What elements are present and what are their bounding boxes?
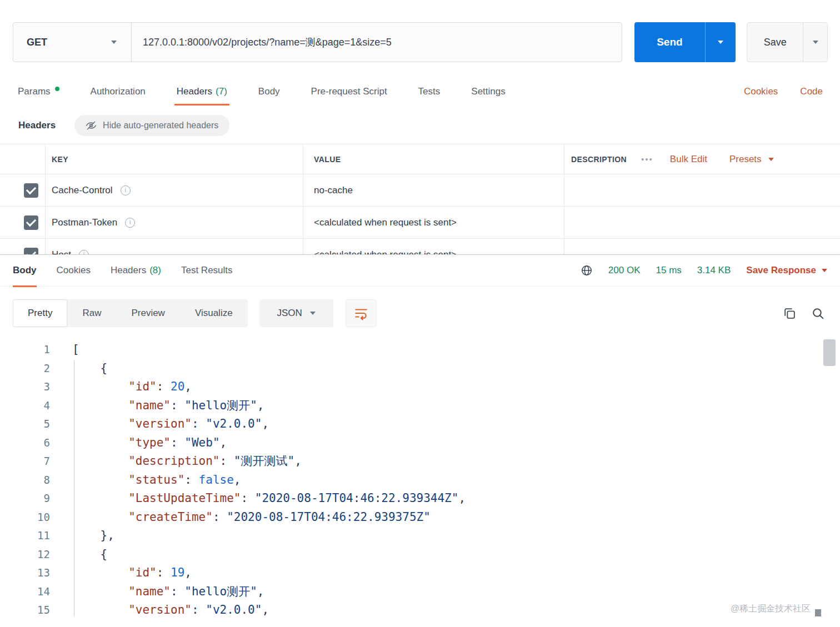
response-body-viewer: 123456789101112131415 [ { "id": 20, "nam… <box>0 338 840 627</box>
hide-auto-generated-headers-button[interactable]: Hide auto-generated headers <box>74 115 229 136</box>
row-checkbox[interactable] <box>24 248 38 255</box>
response-time: 15 ms <box>656 265 682 276</box>
line-number: 13 <box>0 564 50 583</box>
headers-table: KEY VALUE DESCRIPTION ••• Bulk Edit Pres… <box>0 144 840 254</box>
save-response-button[interactable]: Save Response <box>746 265 827 276</box>
value-cell[interactable]: no-cache <box>303 174 564 206</box>
search-button[interactable] <box>811 307 825 320</box>
code-line: "type": "Web", <box>72 434 840 453</box>
headers-section-title: Headers <box>18 120 56 131</box>
line-number: 9 <box>0 489 50 508</box>
method-select[interactable]: GET <box>13 23 132 62</box>
chevron-down-icon <box>111 41 117 44</box>
format-select[interactable]: JSON <box>259 299 333 327</box>
tab-headers[interactable]: Headers(7) <box>177 78 227 106</box>
line-number: 14 <box>0 583 50 601</box>
postman-app: GET Send Save ParamsAuthorizationHeade <box>0 0 840 627</box>
tab-pre-request-script[interactable]: Pre-request Script <box>311 78 387 106</box>
info-icon[interactable] <box>125 218 135 228</box>
chevron-down-icon <box>768 158 774 161</box>
copy-icon <box>783 307 797 320</box>
bulk-edit-button[interactable]: Bulk Edit <box>670 154 707 165</box>
send-split-button: Send <box>634 22 736 62</box>
tab-tests[interactable]: Tests <box>418 78 441 106</box>
code-line: "name": "hello测开", <box>72 397 840 415</box>
code-line: "id": 20, <box>72 378 840 397</box>
headers-table-rows: Cache-Controlno-cachePostman-Token<calcu… <box>0 174 840 254</box>
code-line: "LastUpdateTime": "2020-08-17T04:46:22.9… <box>72 489 840 508</box>
tab-count: (8) <box>149 265 161 276</box>
key-cell[interactable]: Cache-Control <box>46 174 303 206</box>
view-mode-group: PrettyRawPreviewVisualize <box>13 299 248 327</box>
cookies-link[interactable]: Cookies <box>744 86 778 97</box>
request-section: GET Send Save ParamsAuthorizationHeade <box>0 0 840 254</box>
key-cell[interactable]: Host <box>46 239 303 254</box>
description-cell[interactable] <box>564 174 840 206</box>
tab-body[interactable]: Body <box>258 78 280 106</box>
key-cell[interactable]: Postman-Token <box>46 207 303 238</box>
request-tab-links: Cookies Code <box>744 86 827 97</box>
code-line: "status": false, <box>72 471 840 490</box>
code-line: { <box>72 359 840 378</box>
code-line: "name": "hello测开", <box>72 583 840 601</box>
fold-guide-line <box>74 360 74 627</box>
presets-button[interactable]: Presets <box>729 154 774 165</box>
code-line: "version": "v2.0.0", <box>72 415 840 434</box>
response-panel: BodyCookiesHeaders(8)Test Results 200 OK… <box>0 254 840 627</box>
header-row-host: Host<calculated when request is sent> <box>0 239 840 254</box>
line-numbers: 123456789101112131415 <box>0 338 50 627</box>
tab-authorization[interactable]: Authorization <box>91 78 146 106</box>
save-button[interactable]: Save <box>747 23 803 62</box>
code-line: "id": 19, <box>72 564 840 583</box>
view-tab-visualize[interactable]: Visualize <box>180 299 248 327</box>
line-number: 12 <box>0 545 50 564</box>
line-number: 2 <box>0 359 50 378</box>
row-checkbox[interactable] <box>24 183 38 198</box>
response-tab-test-results[interactable]: Test Results <box>181 255 233 287</box>
line-number: 4 <box>0 397 50 415</box>
send-options-button[interactable] <box>705 22 736 62</box>
view-tab-raw[interactable]: Raw <box>67 299 116 327</box>
view-tab-pretty[interactable]: Pretty <box>13 299 67 327</box>
wrap-text-button[interactable] <box>346 299 377 327</box>
tab-settings[interactable]: Settings <box>471 78 505 106</box>
value-cell[interactable]: <calculated when request is sent> <box>303 239 564 254</box>
response-tab-body[interactable]: Body <box>13 255 37 287</box>
chevron-down-icon <box>813 41 818 44</box>
hide-headers-label: Hide auto-generated headers <box>103 121 218 131</box>
column-description: DESCRIPTION ••• Bulk Edit Presets <box>564 144 840 174</box>
response-tab-headers[interactable]: Headers(8) <box>111 255 161 287</box>
code-link[interactable]: Code <box>800 86 823 97</box>
search-icon <box>811 307 825 320</box>
copy-button[interactable] <box>783 307 797 320</box>
row-checkbox[interactable] <box>24 215 38 230</box>
save-split-button: Save <box>747 22 828 62</box>
request-tabs: ParamsAuthorizationHeaders(7)BodyPre-req… <box>0 78 840 106</box>
url-group: GET <box>13 22 622 62</box>
value-cell[interactable]: <calculated when request is sent> <box>303 207 564 238</box>
send-button[interactable]: Send <box>634 22 705 62</box>
code-content: [ { "id": 20, "name": "hello测开", "versio… <box>72 338 840 627</box>
description-cell[interactable] <box>564 239 840 254</box>
header-row-postman-token: Postman-Token<calculated when request is… <box>0 207 840 239</box>
response-size: 3.14 KB <box>697 265 731 276</box>
line-number: 11 <box>0 526 50 545</box>
response-tab-cookies[interactable]: Cookies <box>57 255 91 287</box>
info-icon[interactable] <box>79 250 89 255</box>
line-number: 7 <box>0 452 50 471</box>
line-number: 6 <box>0 434 50 453</box>
tab-count: (7) <box>216 86 227 97</box>
network-globe-icon[interactable] <box>581 264 593 277</box>
code-line: [ <box>72 340 840 359</box>
info-icon[interactable] <box>121 185 131 195</box>
tab-params[interactable]: Params <box>18 78 59 106</box>
line-number: 1 <box>0 340 50 359</box>
url-input[interactable] <box>132 23 622 62</box>
description-cell[interactable] <box>564 207 840 238</box>
view-tab-preview[interactable]: Preview <box>116 299 179 327</box>
save-options-button[interactable] <box>803 23 827 62</box>
scrollbar-thumb[interactable] <box>823 339 836 366</box>
header-row-cache-control: Cache-Controlno-cache <box>0 174 840 207</box>
more-actions-button[interactable]: ••• <box>641 154 653 164</box>
column-checkbox <box>0 144 46 174</box>
